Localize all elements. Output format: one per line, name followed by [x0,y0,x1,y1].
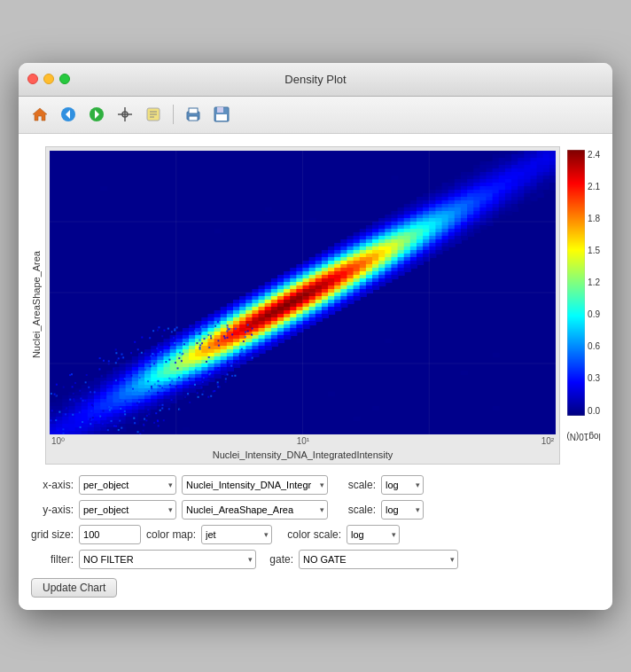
yaxis-measurement-wrap: Nuclei_AreaShape_Area [182,500,328,520]
cb-tick-6: 0.6 [588,341,600,351]
svg-marker-0 [33,108,47,121]
svg-rect-13 [189,108,198,113]
grid-color-row: grid size: color map: jet hot cool gray … [31,525,600,544]
filter-select[interactable]: NO FILTER [79,550,256,569]
colorbar-label: log10(N) [566,431,600,441]
controls-panel: x-axis: per_object per_image per_well Nu… [31,475,600,598]
x-axis-labels: 10⁰ 10¹ 10² [50,436,556,446]
crosshair-icon[interactable] [113,102,137,127]
svg-rect-14 [189,116,198,121]
titlebar: Density Plot [19,63,612,97]
svg-rect-16 [217,107,223,113]
toolbar-separator [173,105,174,124]
colorscale-wrap: log linear [347,525,400,544]
yaxis-measurement-select[interactable]: Nuclei_AreaShape_Area [182,500,328,520]
colormap-select[interactable]: jet hot cool gray [201,525,272,544]
xaxis-object-select[interactable]: per_object per_image per_well [79,475,176,495]
yscale-label: scale: [333,504,376,516]
cb-tick-1: 2.1 [588,182,600,191]
x-axis-label: Nuclei_Intensity_DNA_IntegratedIntensity [50,449,556,460]
xscale-select[interactable]: log linear [381,475,424,495]
maximize-button[interactable] [59,74,70,84]
update-row: Update Chart [31,574,600,598]
yaxis-object-wrap: per_object per_image per_well [79,500,176,520]
gridsize-label: grid size: [31,528,74,541]
yaxis-row: y-axis: per_object per_image per_well Nu… [31,500,600,520]
cb-tick-7: 0.3 [588,373,600,383]
gate-select[interactable]: NO GATE [299,550,458,569]
cb-tick-3: 1.5 [588,246,600,255]
chart-area: Nuclei_AreaShape_Area 10⁰ 10¹ 10² Nuclei… [31,146,600,465]
colorbar: 2.4 2.1 1.8 1.5 1.2 0.9 0.6 0.3 0.0 log1… [567,150,600,453]
colormap-wrap: jet hot cool gray [201,525,272,544]
edit-icon[interactable] [141,102,166,127]
app-window: Density Plot Nuclei_AreaShape_Area [19,63,612,610]
x-tick-0: 10⁰ [51,436,65,446]
cb-tick-2: 1.8 [588,214,600,223]
colormap-label: color map: [146,528,196,541]
yaxis-object-select[interactable]: per_object per_image per_well [79,500,176,520]
xscale-wrap: log linear [381,475,424,495]
cb-tick-4: 1.2 [588,277,600,287]
cb-tick-5: 0.9 [588,309,600,319]
xaxis-label: x-axis: [31,479,74,491]
cb-tick-0: 2.4 [588,150,600,160]
gate-label: gate: [261,553,293,566]
home-icon[interactable] [27,102,52,127]
minimize-button[interactable] [43,74,54,84]
colorscale-select[interactable]: log linear [347,525,400,544]
filter-gate-row: filter: NO FILTER gate: NO GATE [31,550,600,569]
chart-inner [50,151,556,434]
print-icon[interactable] [181,102,206,127]
main-content: Nuclei_AreaShape_Area 10⁰ 10¹ 10² Nuclei… [19,134,612,610]
traffic-lights [27,74,70,84]
window-title: Density Plot [284,73,346,86]
yaxis-label: y-axis: [31,504,74,516]
colorscale-label: color scale: [277,528,341,541]
close-button[interactable] [27,74,38,84]
xaxis-measurement-wrap: Nuclei_Intensity_DNA_Integra [182,475,328,495]
chart-frame: 10⁰ 10¹ 10² Nuclei_Intensity_DNA_Integra… [45,146,560,465]
save-icon[interactable] [209,102,234,127]
yscale-wrap: log linear [381,500,424,520]
yscale-select[interactable]: log linear [381,500,424,520]
x-tick-1: 10¹ [297,436,309,446]
gridsize-input[interactable] [79,525,141,544]
colorbar-wrap: 2.4 2.1 1.8 1.5 1.2 0.9 0.6 0.3 0.0 [567,150,600,416]
x-tick-2: 10² [541,436,554,446]
gate-wrap: NO GATE [299,550,458,569]
y-axis-label: Nuclei_AreaShape_Area [31,251,42,358]
xaxis-object-wrap: per_object per_image per_well [79,475,176,495]
xaxis-row: x-axis: per_object per_image per_well Nu… [31,475,600,495]
toolbar [19,97,612,134]
xscale-label: scale: [333,479,376,491]
cb-tick-8: 0.0 [588,406,600,416]
forward-icon[interactable] [84,102,109,127]
update-chart-button[interactable]: Update Chart [31,578,117,598]
filter-label: filter: [31,553,74,566]
back-icon[interactable] [56,102,81,127]
svg-rect-17 [216,114,227,121]
filter-wrap: NO FILTER [79,550,256,569]
chart-with-colorbar: 10⁰ 10¹ 10² Nuclei_Intensity_DNA_Integra… [45,146,600,465]
colorbar-ticks: 2.4 2.1 1.8 1.5 1.2 0.9 0.6 0.3 0.0 [588,150,600,416]
xaxis-measurement-select[interactable]: Nuclei_Intensity_DNA_Integra [182,475,328,495]
colorbar-canvas [567,150,585,416]
density-plot-canvas [50,151,556,434]
